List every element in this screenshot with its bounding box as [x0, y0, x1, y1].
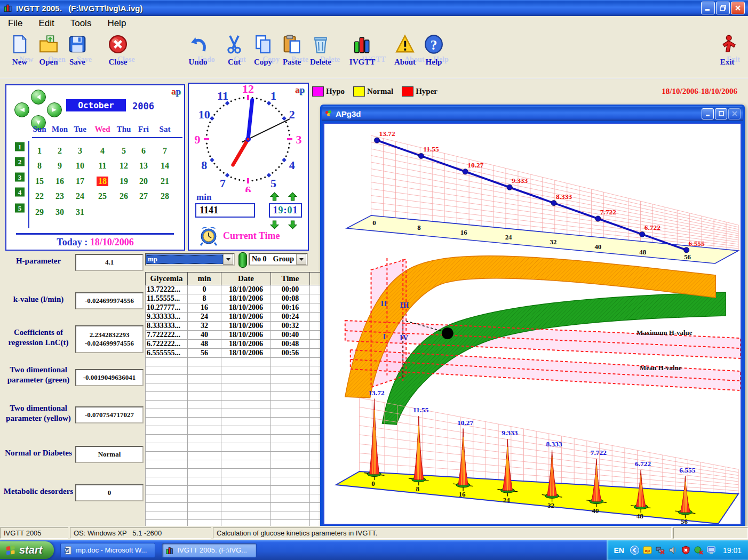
- menu-edit[interactable]: Edit: [30, 17, 62, 30]
- patient-combobox-arrow[interactable]: [223, 254, 233, 265]
- group-combobox-arrow[interactable]: [296, 254, 306, 265]
- calendar-day-cell[interactable]: 5: [120, 146, 128, 156]
- tray-network-offline-icon[interactable]: [656, 546, 665, 555]
- calendar-day-cell[interactable]: 19: [118, 177, 130, 186]
- table-row[interactable]: [146, 494, 322, 503]
- calendar-day-cell[interactable]: 27: [138, 191, 149, 201]
- calendar-prev-year-button[interactable]: [31, 90, 46, 105]
- calendar-day-cell[interactable]: 25: [97, 191, 108, 201]
- table-row[interactable]: [146, 443, 322, 452]
- calendar-day-cell[interactable]: 9: [56, 161, 63, 171]
- ivgtt-button[interactable]: IVGTTIVGTT: [348, 34, 377, 67]
- calendar-day-cell[interactable]: 30: [54, 207, 66, 217]
- calendar-day-cell[interactable]: 26: [118, 191, 130, 201]
- new-button[interactable]: NewNew: [5, 34, 34, 67]
- table-row[interactable]: 11.55555...818/10/200600:08: [146, 294, 322, 303]
- hour-down-button[interactable]: [270, 220, 279, 229]
- minutes-input[interactable]: 1141: [195, 203, 255, 218]
- calendar-day-cell[interactable]: 8: [36, 161, 43, 171]
- patient-combobox[interactable]: mp: [145, 253, 235, 266]
- calendar-day-cell[interactable]: 24: [74, 191, 86, 201]
- calendar-day-cell[interactable]: 12: [118, 161, 130, 171]
- calendar-day-cell[interactable]: 22: [34, 191, 45, 201]
- calendar-prev-month-button[interactable]: [14, 102, 29, 117]
- table-row[interactable]: 9.333333...2418/10/200600:24: [146, 313, 322, 322]
- table-row[interactable]: [146, 435, 322, 443]
- title-bar[interactable]: IVGTT 2005. (F:\IVGTT\Ivg\A.ivg): [0, 0, 748, 16]
- hide-icons-chevron[interactable]: [630, 546, 639, 555]
- calendar-day-cell[interactable]: 14: [159, 161, 171, 171]
- calendar-day-cell[interactable]: 31: [74, 207, 86, 217]
- calendar-day-cell[interactable]: 23: [54, 191, 66, 201]
- save-button[interactable]: SaveSave: [63, 34, 92, 67]
- tray-security-alert-icon[interactable]: [681, 546, 690, 555]
- calendar-day-cell[interactable]: 13: [138, 161, 149, 171]
- calendar-day-cell[interactable]: 2: [56, 146, 63, 156]
- table-row[interactable]: [146, 358, 322, 366]
- menu-help[interactable]: Help: [99, 17, 134, 30]
- table-row[interactable]: [146, 392, 322, 401]
- tray-disabled-service-icon[interactable]: [694, 546, 703, 555]
- about-button[interactable]: AboutAbout: [391, 34, 419, 67]
- menu-tools[interactable]: Tools: [62, 17, 100, 30]
- tray-ap-icon[interactable]: ap: [643, 546, 652, 555]
- calendar-day-cell[interactable]: 10: [74, 161, 86, 171]
- table-row[interactable]: 8.333333...3218/10/200600:32: [146, 322, 322, 331]
- tray-display-icon[interactable]: [707, 546, 716, 555]
- table-row[interactable]: [146, 452, 322, 460]
- apg3d-title-bar[interactable]: APg3d: [322, 106, 743, 121]
- table-row[interactable]: [146, 426, 322, 435]
- table-row[interactable]: [146, 503, 322, 511]
- calendar-day-cell[interactable]: 11: [97, 161, 108, 171]
- time-display[interactable]: 19:01: [269, 203, 302, 218]
- table-row[interactable]: [146, 511, 322, 520]
- menu-file[interactable]: File: [0, 17, 30, 30]
- table-row[interactable]: [146, 469, 322, 477]
- exit-button[interactable]: ExitExit: [713, 34, 742, 67]
- hour-up-button[interactable]: [270, 192, 279, 201]
- table-row[interactable]: [146, 383, 322, 392]
- glycemia-table[interactable]: GlycemiaminDateTime13.72222...018/10/200…: [145, 272, 322, 529]
- calendar-next-month-button[interactable]: [47, 102, 62, 117]
- apg3d-minimize-button[interactable]: [702, 108, 714, 119]
- delete-button[interactable]: DeleteDelete: [306, 34, 335, 67]
- calendar-day-cell[interactable]: 15: [34, 177, 45, 186]
- table-row[interactable]: [146, 486, 322, 494]
- table-row[interactable]: [146, 375, 322, 383]
- table-row[interactable]: 13.72222...018/10/200600:00: [146, 285, 322, 294]
- language-indicator[interactable]: EN: [614, 546, 624, 555]
- task-ivgtt[interactable]: IVGTT 2005. (F:\IVG...: [162, 543, 257, 558]
- task-word-document[interactable]: W mp.doc - Microsoft W...: [60, 543, 155, 558]
- table-row[interactable]: 10.27777...1618/10/200600:16: [146, 303, 322, 313]
- start-button[interactable]: start: [0, 541, 54, 559]
- table-row[interactable]: [146, 409, 322, 418]
- calendar-day-cell[interactable]: 17: [74, 177, 86, 186]
- calendar-day-cell[interactable]: 7: [161, 146, 169, 156]
- table-row[interactable]: [146, 401, 322, 409]
- table-row[interactable]: [146, 418, 322, 426]
- restore-button[interactable]: [716, 2, 730, 14]
- calendar-day-cell[interactable]: 28: [159, 191, 171, 201]
- table-row[interactable]: 6.555555...5618/10/200600:56: [146, 349, 322, 358]
- help-button[interactable]: ? HelpHelp: [419, 34, 448, 67]
- tray-volume-icon[interactable]: [669, 546, 678, 555]
- calendar-day-cell[interactable]: 16: [54, 177, 66, 186]
- table-row[interactable]: 7.722222...4018/10/200600:40: [146, 331, 322, 340]
- close-button[interactable]: [731, 2, 745, 14]
- calendar-day-cell[interactable]: 29: [34, 207, 45, 217]
- minute-down-button[interactable]: [288, 220, 297, 229]
- table-row[interactable]: [146, 477, 322, 486]
- calendar-day-cell[interactable]: 4: [99, 146, 106, 156]
- table-row[interactable]: [146, 366, 322, 375]
- group-indicator-pill[interactable]: [238, 252, 247, 268]
- apg3d-maximize-button[interactable]: [715, 108, 727, 119]
- apg3d-close-button[interactable]: [728, 108, 741, 119]
- calendar-day-cell[interactable]: 20: [138, 177, 149, 186]
- copy-button[interactable]: CopyCopy: [249, 34, 277, 67]
- calendar-day-cell[interactable]: 1: [36, 146, 43, 156]
- minimize-button[interactable]: [701, 2, 715, 14]
- close-file-button[interactable]: CloseClose: [104, 34, 132, 67]
- calendar-day-cell[interactable]: 3: [76, 146, 84, 156]
- calendar-day-cell[interactable]: 21: [159, 177, 171, 186]
- calendar-month[interactable]: October: [66, 99, 126, 111]
